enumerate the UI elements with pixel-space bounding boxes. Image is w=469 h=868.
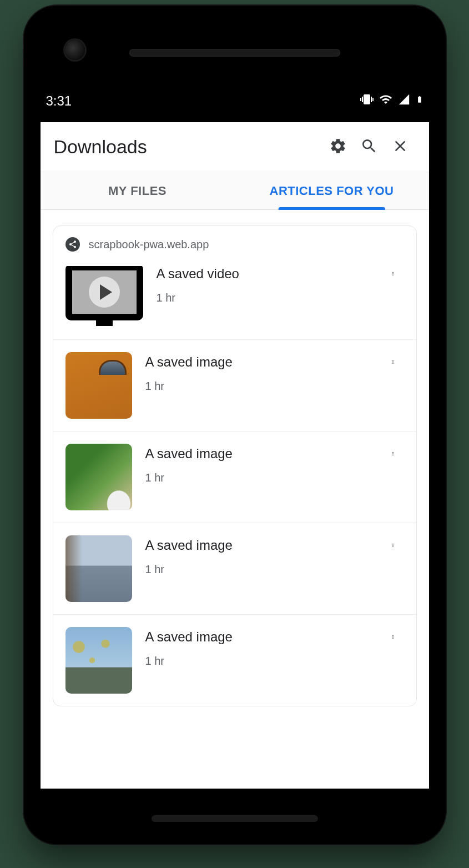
video-thumbnail (65, 266, 143, 327)
app-screen: Downloads MY FILES ARTICLES FOR YOU (41, 122, 429, 789)
list-item[interactable]: A saved image 1 hr (53, 523, 416, 614)
item-menu-button[interactable] (382, 352, 404, 372)
item-title: A saved video (157, 266, 369, 282)
phone-bezel-top: 3:31 (24, 6, 446, 122)
status-bar: 3:31 (24, 90, 446, 112)
svg-point-7 (392, 362, 394, 363)
item-title: A saved image (145, 629, 369, 645)
close-icon (391, 137, 409, 157)
earpiece (129, 49, 340, 57)
more-vert-icon (391, 446, 395, 464)
item-title: A saved image (145, 446, 369, 461)
svg-point-17 (392, 638, 394, 639)
phone-speaker (152, 815, 318, 822)
item-time: 1 hr (145, 563, 369, 576)
item-title: A saved image (145, 354, 369, 370)
wifi-icon (379, 93, 392, 109)
card-source-row: scrapbook-pwa.web.app (53, 226, 416, 256)
tab-bar: MY FILES ARTICLES FOR YOU (41, 172, 429, 210)
more-vert-icon (391, 538, 395, 555)
phone-frame: 3:31 Downloads (24, 6, 446, 844)
image-thumbnail (65, 352, 132, 419)
svg-point-8 (392, 363, 394, 364)
svg-point-9 (392, 452, 394, 453)
item-time: 1 hr (145, 380, 369, 393)
item-menu-button[interactable] (382, 444, 404, 464)
item-menu-button[interactable] (382, 535, 404, 555)
more-vert-icon (391, 354, 395, 372)
item-time: 1 hr (157, 292, 369, 304)
status-time: 3:31 (46, 93, 72, 109)
svg-point-13 (392, 545, 394, 546)
svg-point-11 (392, 455, 394, 456)
item-time: 1 hr (145, 655, 369, 668)
source-host: scrapbook-pwa.web.app (89, 238, 209, 251)
image-thumbnail (65, 444, 132, 510)
svg-point-16 (392, 636, 394, 638)
battery-icon (416, 93, 423, 109)
svg-point-4 (392, 273, 394, 274)
page-title: Downloads (54, 136, 322, 158)
item-menu-button[interactable] (382, 264, 404, 284)
tab-my-files[interactable]: MY FILES (41, 172, 235, 209)
svg-point-3 (392, 272, 394, 273)
search-icon (360, 137, 378, 157)
svg-point-6 (392, 360, 394, 362)
content-area[interactable]: scrapbook-pwa.web.app A saved video (41, 210, 429, 789)
more-vert-icon (391, 629, 395, 647)
svg-point-14 (392, 546, 394, 548)
svg-point-15 (392, 635, 394, 636)
tab-articles-for-you[interactable]: ARTICLES FOR YOU (235, 172, 429, 209)
svg-point-12 (392, 544, 394, 545)
gear-icon (329, 137, 347, 157)
app-header: Downloads (41, 122, 429, 172)
search-button[interactable] (354, 132, 385, 163)
share-icon (65, 237, 80, 252)
svg-point-5 (392, 275, 394, 276)
settings-button[interactable] (322, 132, 354, 163)
front-camera (65, 40, 85, 60)
close-button[interactable] (385, 132, 416, 163)
vibrate-icon (360, 93, 374, 109)
item-menu-button[interactable] (382, 627, 404, 647)
list-item[interactable]: A saved video 1 hr (53, 256, 416, 339)
signal-icon (398, 93, 410, 109)
svg-point-10 (392, 453, 394, 454)
image-thumbnail (65, 627, 132, 694)
list-item[interactable]: A saved image 1 hr (53, 339, 416, 431)
list-item[interactable]: A saved image 1 hr (53, 431, 416, 523)
item-time: 1 hr (145, 471, 369, 484)
more-vert-icon (391, 266, 395, 284)
svg-rect-1 (96, 318, 113, 326)
list-item[interactable]: A saved image 1 hr (53, 614, 416, 706)
source-card: scrapbook-pwa.web.app A saved video (53, 225, 417, 706)
image-thumbnail (65, 535, 132, 602)
item-title: A saved image (145, 538, 369, 553)
